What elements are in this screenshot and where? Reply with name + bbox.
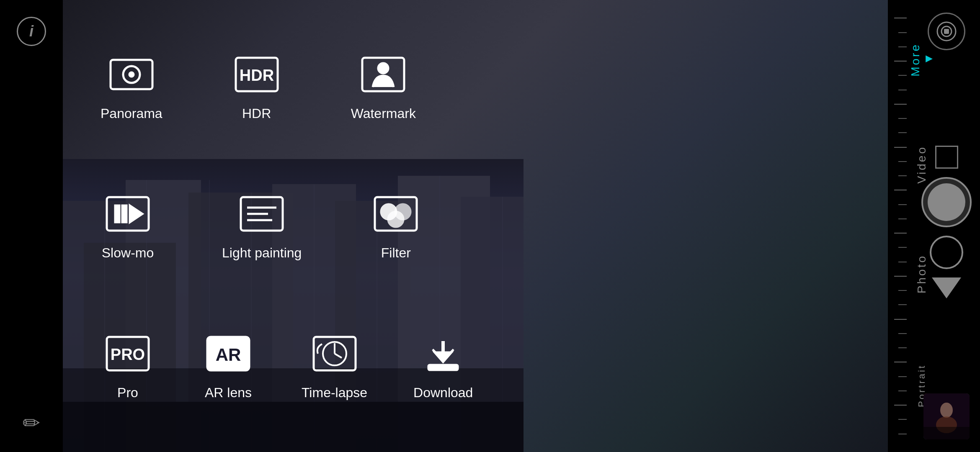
back-button[interactable] [932, 277, 961, 298]
edit-icon[interactable]: ✏ [23, 411, 40, 435]
tick [894, 233, 907, 234]
svg-text:AR: AR [216, 345, 241, 365]
tick [898, 90, 907, 90]
tick [894, 18, 907, 18]
svg-text:PRO: PRO [111, 346, 145, 363]
svg-rect-50 [428, 365, 458, 370]
home-button[interactable] [930, 236, 963, 269]
mode-panorama[interactable]: Panorama [101, 51, 162, 121]
tick [898, 75, 907, 76]
svg-line-45 [335, 354, 342, 358]
tick [898, 32, 907, 33]
mode-slow-mo[interactable]: Slow-mo [101, 191, 155, 261]
svg-marker-29 [130, 205, 142, 222]
tick [898, 132, 907, 133]
tick [898, 161, 907, 162]
light-painting-label: Light painting [222, 245, 302, 261]
tick [898, 419, 907, 420]
mid-controls [921, 146, 972, 298]
mode-watermark[interactable]: Watermark [351, 51, 416, 121]
pro-label: Pro [117, 385, 138, 401]
ar-lens-label: AR lens [205, 385, 252, 401]
mode-time-lapse[interactable]: Time-lapse [302, 331, 367, 401]
watermark-label: Watermark [351, 106, 416, 121]
mode-row-3: PRO Pro AR AR lens [88, 331, 863, 401]
tick [898, 376, 907, 377]
svg-text:HDR: HDR [239, 67, 273, 84]
tick [894, 104, 907, 105]
ruler [888, 0, 909, 452]
tick [898, 218, 907, 219]
top-control-group [928, 13, 965, 50]
svg-point-37 [388, 212, 403, 227]
download-label: Download [413, 385, 473, 401]
slow-mo-label: Slow-mo [102, 245, 154, 261]
tick [898, 46, 907, 47]
tick [898, 262, 907, 262]
svg-point-25 [378, 63, 388, 73]
right-panel: More ◀ Video Photo Portrait [888, 0, 980, 452]
svg-rect-58 [923, 427, 970, 439]
tick [898, 434, 907, 434]
mode-download[interactable]: Download [413, 331, 473, 401]
tick [894, 147, 907, 148]
mode-light-painting[interactable]: Light painting [222, 191, 302, 261]
shutter-inner [928, 183, 965, 221]
tick [898, 175, 907, 176]
mode-pro[interactable]: PRO Pro [101, 331, 155, 401]
filter-label: Filter [381, 245, 411, 261]
screen-record-button[interactable] [928, 13, 965, 50]
svg-rect-28 [122, 205, 126, 222]
mode-row-1: Panorama HDR HDR [88, 51, 863, 121]
tick [898, 390, 907, 391]
tick [894, 362, 907, 362]
recent-apps-button[interactable] [935, 146, 958, 169]
svg-point-21 [129, 72, 134, 77]
tick [898, 204, 907, 205]
mode-row-2: Slow-mo Light painting [88, 191, 863, 261]
info-icon[interactable]: i [17, 17, 46, 46]
svg-rect-53 [944, 29, 949, 34]
last-photo-thumbnail[interactable] [923, 393, 970, 439]
tick [898, 304, 907, 305]
mode-filter[interactable]: Filter [369, 191, 423, 261]
svg-rect-27 [115, 205, 119, 222]
tick [894, 190, 907, 190]
tick [898, 118, 907, 119]
tick [898, 347, 907, 348]
panorama-label: Panorama [101, 106, 162, 121]
hdr-label: HDR [242, 106, 271, 121]
camera-view: Panorama HDR HDR [63, 0, 888, 452]
svg-marker-49 [435, 352, 451, 362]
time-lapse-label: Time-lapse [302, 385, 367, 401]
shutter-button[interactable] [921, 177, 972, 227]
tick [894, 276, 907, 277]
left-sidebar: i ✏ [0, 0, 63, 452]
mode-grid: Panorama HDR HDR [63, 0, 888, 452]
right-controls [913, 0, 980, 452]
mode-hdr[interactable]: HDR HDR [230, 51, 284, 121]
tick [894, 61, 907, 62]
tick [894, 319, 907, 320]
tick [898, 247, 907, 248]
tick [898, 290, 907, 291]
mode-ar-lens[interactable]: AR AR lens [201, 331, 255, 401]
tick [894, 405, 907, 406]
tick [898, 333, 907, 334]
